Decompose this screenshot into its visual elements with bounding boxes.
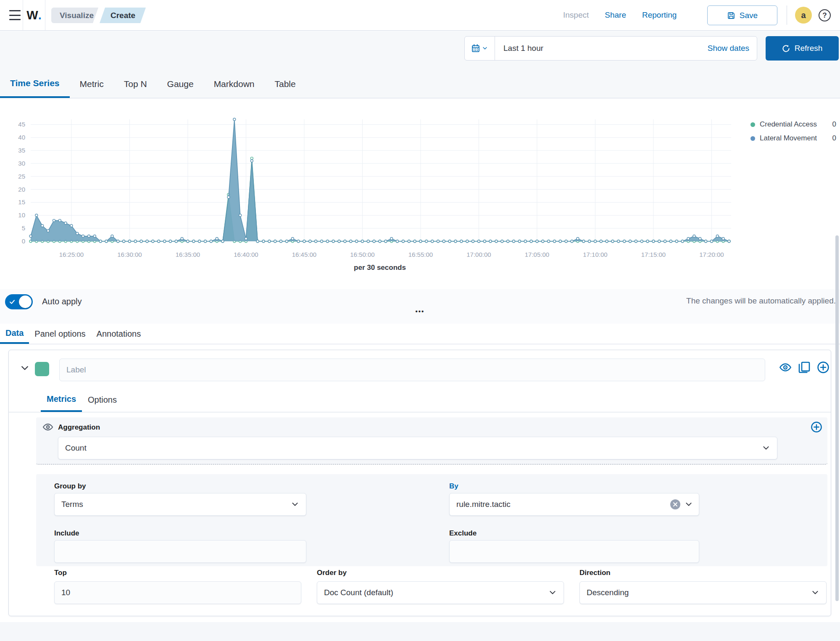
group-by-select[interactable]: Terms [54,493,306,516]
tab-annotations[interactable]: Annotations [91,324,147,344]
chevron-down-icon [811,588,819,597]
by-field-combobox[interactable]: rule.mitre.tactic [449,493,699,516]
tab-options[interactable]: Options [82,388,123,412]
tab-top-n[interactable]: Top N [114,70,157,98]
chevron-down-icon [291,500,299,509]
svg-text:17:05:00: 17:05:00 [525,251,549,258]
include-label: Include [54,529,79,538]
avatar[interactable]: a [795,7,812,24]
save-label: Save [740,11,758,20]
breadcrumb-create[interactable]: Create [100,8,146,23]
svg-text:16:25:00: 16:25:00 [59,251,84,258]
add-series-plus-icon[interactable] [817,361,829,374]
tab-table[interactable]: Table [265,70,306,98]
svg-text:16:35:00: 16:35:00 [176,251,200,258]
group-by-section: Group by Terms By rule.mitre.tactic Incl… [36,474,827,566]
top-input[interactable] [54,581,301,604]
collapse-series-chevron-icon[interactable] [20,363,31,374]
editor-tabs: Data Panel options Annotations [0,324,840,344]
inspect-button[interactable]: Inspect [563,11,589,20]
series-tabs: Metrics Options [9,388,831,412]
svg-text:16:50:00: 16:50:00 [350,251,374,258]
page-footer-strip [0,622,840,641]
chevron-down-icon [762,444,770,452]
svg-text:10: 10 [18,211,25,219]
series-editor-card: Metrics Options Aggregation Count Group … [8,350,831,616]
time-series-chart-panel: 16:25:0016:30:0016:35:0016:40:0016:45:00… [0,98,840,289]
include-input[interactable] [54,540,306,563]
calendar-icon [471,44,480,53]
svg-text:17:10:00: 17:10:00 [583,251,607,258]
toggle-knob [19,295,32,308]
svg-text:per 30 seconds: per 30 seconds [354,264,406,272]
order-by-select[interactable]: Doc Count (default) [317,581,564,604]
svg-text:35: 35 [18,147,25,154]
series-color-swatch[interactable] [35,362,49,376]
time-range-value[interactable]: Last 1 hour [495,44,708,53]
tab-time-series[interactable]: Time Series [0,70,70,98]
legend-label: Credential Access [760,120,828,129]
svg-text:17:20:00: 17:20:00 [699,251,724,258]
direction-value: Descending [587,588,811,597]
aggregation-eye-icon[interactable] [42,422,53,433]
aggregation-label: Aggregation [58,423,100,432]
top-label: Top [54,569,67,577]
series-label-input[interactable] [59,359,765,381]
show-dates-button[interactable]: Show dates [708,44,757,53]
svg-text:5: 5 [22,224,25,232]
refresh-button[interactable]: Refresh [766,36,839,61]
aggregation-select[interactable]: Count [58,437,777,459]
scrollbar-thumb[interactable] [835,235,839,601]
toggle-series-visibility-eye-icon[interactable] [779,361,792,374]
clear-field-x-icon[interactable] [670,499,680,509]
aggregation-value: Count [65,443,762,453]
chart-legend: Credential Access 0 Lateral Movement 0 [750,120,836,142]
group-by-value: Terms [61,500,291,509]
chevron-down-icon [685,500,693,509]
panel-resize-handle[interactable]: ••• [0,308,840,315]
tab-metrics[interactable]: Metrics [41,388,82,412]
svg-text:40: 40 [18,134,25,141]
legend-value: 0 [832,120,836,129]
share-button[interactable]: Share [605,11,626,20]
auto-apply-bar: Auto apply The changes will be automatic… [0,289,840,324]
svg-text:16:55:00: 16:55:00 [408,251,433,258]
tab-data[interactable]: Data [0,324,29,344]
auto-apply-hint: The changes will be automatically applie… [686,296,836,306]
exclude-label: Exclude [449,529,477,538]
legend-item-lateral-movement[interactable]: Lateral Movement 0 [750,134,836,142]
tab-gauge[interactable]: Gauge [157,70,204,98]
auto-apply-toggle[interactable] [5,294,33,309]
time-picker-bar: Last 1 hour Show dates [464,36,757,61]
add-metric-plus-icon[interactable] [811,421,823,433]
direction-select[interactable]: Descending [579,581,827,604]
refresh-icon [782,45,790,53]
tab-metric[interactable]: Metric [70,70,114,98]
svg-text:15: 15 [18,198,25,206]
svg-text:17:15:00: 17:15:00 [641,251,666,258]
breadcrumb-label: Visualize [60,11,94,20]
by-field-value: rule.mitre.tactic [456,500,670,509]
svg-text:0: 0 [22,237,25,245]
group-by-label: Group by [54,482,86,491]
breadcrumb-visualize[interactable]: Visualize [51,8,98,23]
svg-text:20: 20 [18,186,25,193]
svg-text:16:45:00: 16:45:00 [292,251,316,258]
reporting-button[interactable]: Reporting [642,11,677,20]
exclude-input[interactable] [449,540,699,563]
auto-apply-label: Auto apply [42,297,82,306]
save-button[interactable]: Save [707,5,777,25]
clone-series-copy-icon[interactable] [798,361,811,374]
refresh-label: Refresh [795,44,823,53]
tab-markdown[interactable]: Markdown [204,70,265,98]
date-picker-button[interactable] [465,37,495,60]
svg-text:16:30:00: 16:30:00 [117,251,142,258]
query-band: Last 1 hour Show dates Refresh Time Seri… [0,31,840,98]
menu-icon[interactable] [9,10,21,20]
logo-dot: . [38,8,42,22]
legend-item-credential-access[interactable]: Credential Access 0 [750,120,836,129]
legend-label: Lateral Movement [760,134,828,142]
help-icon[interactable]: ? [819,9,831,21]
logo-text: W [26,8,38,22]
tab-panel-options[interactable]: Panel options [29,324,91,344]
